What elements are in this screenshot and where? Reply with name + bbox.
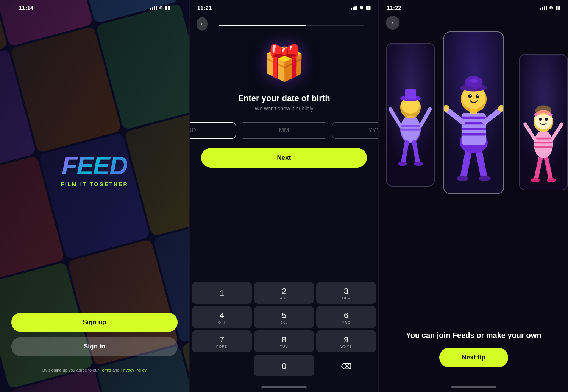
backspace-key[interactable]: ⌫	[316, 355, 376, 376]
year-input[interactable]	[332, 122, 379, 139]
status-icons-1: ⊛ ▮▮	[150, 5, 170, 11]
status-time-2: 11:21	[197, 5, 212, 11]
wifi-icon-1: ⊛	[159, 5, 163, 11]
wifi-icon-3: ⊛	[549, 5, 553, 11]
signin-button[interactable]: Sign in	[11, 337, 178, 356]
terms-prefix: By signing up you agree to our	[42, 368, 100, 372]
date-inputs	[189, 122, 379, 139]
svg-point-46	[534, 130, 553, 158]
feeds-title: You can join Feeds or make your own	[390, 330, 557, 340]
svg-rect-6	[405, 89, 416, 99]
phone2-header: ‹	[190, 12, 379, 31]
svg-rect-22	[461, 128, 485, 130]
svg-rect-48	[534, 142, 552, 143]
status-bar-1: 11:14 ⊛ ▮▮	[11, 0, 178, 12]
progress-bar	[219, 25, 364, 26]
key-8[interactable]: 8 TUV	[254, 330, 314, 352]
status-time-1: 11:14	[19, 5, 33, 11]
key-5[interactable]: 5 JKL	[254, 306, 314, 328]
month-input[interactable]	[240, 122, 328, 139]
battery-icon-1: ▮▮	[165, 5, 170, 11]
key-row-2: 4 GHI 5 JKL 6 MNO	[192, 306, 376, 328]
battery-icon-2: ▮▮	[365, 5, 371, 11]
status-icons-3: ⊛ ▮▮	[540, 5, 560, 11]
terms-link[interactable]: Terms	[100, 368, 111, 372]
status-time-3: 11:22	[387, 5, 401, 11]
signup-button[interactable]: Sign up	[11, 313, 178, 332]
key-1[interactable]: 1	[192, 282, 252, 304]
dob-title: Enter your date of birth	[238, 93, 330, 103]
dob-content: 🎁 Enter your date of birth We won't show…	[190, 31, 379, 279]
privacy-link[interactable]: Privacy Policy	[120, 368, 146, 372]
svg-point-12	[414, 162, 423, 166]
progress-fill	[219, 25, 306, 26]
svg-rect-13	[401, 125, 420, 127]
phone2-screen: 11:21 ⊛ ▮▮ ‹ 🎁 Enter your date of birth …	[189, 0, 379, 392]
key-row-1: 1 2 ABC 3 DEF	[192, 282, 376, 304]
terms-text: By signing up you agree to our Terms and…	[42, 367, 147, 373]
status-icons-2: ⊛ ▮▮	[351, 5, 371, 11]
home-indicator-3	[451, 386, 496, 388]
auth-buttons: Sign up Sign in By signing up you agree …	[11, 313, 178, 373]
svg-point-11	[398, 162, 407, 166]
svg-point-55	[545, 118, 548, 121]
svg-rect-49	[534, 146, 552, 148]
key-0[interactable]: 0	[254, 355, 314, 376]
next-button[interactable]: Next	[201, 148, 367, 168]
back-button-2[interactable]: ‹	[197, 17, 208, 31]
key-row-3: 7 PQRS 8 TUV 9 WXYZ	[192, 330, 376, 352]
dob-subtitle: We won't show it publicly	[255, 106, 314, 112]
svg-point-38	[469, 78, 478, 83]
key-6[interactable]: 6 MNO	[316, 306, 376, 328]
svg-rect-20	[461, 117, 485, 119]
key-9[interactable]: 9 WXYZ	[316, 330, 376, 352]
phone3-bottom: You can join Feeds or make your own Next…	[379, 323, 568, 386]
svg-point-39	[457, 176, 468, 182]
svg-point-56	[535, 105, 552, 115]
status-bar-3: 11:22 ⊛ ▮▮	[379, 0, 568, 12]
svg-point-54	[539, 118, 542, 121]
status-bar-2: 11:21 ⊛ ▮▮	[190, 0, 379, 12]
phone1-screen: 11:14 ⊛ ▮▮ FEED FILM IT TOGETHER Sign up…	[0, 0, 189, 392]
avatar-card-center	[443, 31, 504, 194]
home-indicator-2	[261, 386, 307, 388]
key-4[interactable]: 4 GHI	[192, 306, 252, 328]
left-character	[387, 44, 434, 186]
battery-icon-3: ▮▮	[555, 5, 560, 11]
avatar-cards-container	[379, 20, 568, 217]
logo-section: FEED FILM IT TOGETHER	[61, 28, 128, 313]
svg-point-37	[460, 86, 473, 90]
key-empty	[192, 355, 252, 376]
key-2[interactable]: 2 ABC	[254, 282, 314, 304]
terms-middle: and	[111, 368, 120, 372]
svg-point-33	[470, 95, 471, 96]
day-input[interactable]	[189, 122, 236, 139]
svg-rect-14	[401, 129, 420, 131]
backspace-icon: ⌫	[341, 362, 351, 371]
key-7[interactable]: 7 PQRS	[192, 330, 252, 352]
svg-point-45	[547, 178, 556, 182]
avatar-card-right	[519, 54, 568, 190]
app-tagline: FILM IT TOGETHER	[61, 181, 128, 187]
svg-point-44	[531, 178, 540, 182]
right-character	[520, 55, 567, 190]
svg-rect-47	[534, 138, 552, 140]
app-logo: FEED	[62, 152, 127, 178]
next-tip-button[interactable]: Next tip	[439, 348, 508, 367]
svg-point-34	[477, 95, 478, 96]
avatars-section	[379, 12, 568, 323]
numeric-keyboard: 1 2 ABC 3 DEF 4 GHI 5 J	[190, 279, 379, 386]
center-character	[444, 32, 503, 193]
key-3[interactable]: 3 DEF	[316, 282, 376, 304]
wifi-icon-2: ⊛	[359, 5, 364, 11]
svg-rect-23	[461, 133, 485, 136]
svg-point-40	[479, 176, 490, 182]
gift-illustration: 🎁	[259, 38, 309, 87]
avatar-card-left	[386, 43, 435, 187]
key-row-4: 0 ⌫	[192, 355, 376, 376]
phone3-screen: 11:22 ⊛ ▮▮ ‹	[379, 0, 568, 392]
